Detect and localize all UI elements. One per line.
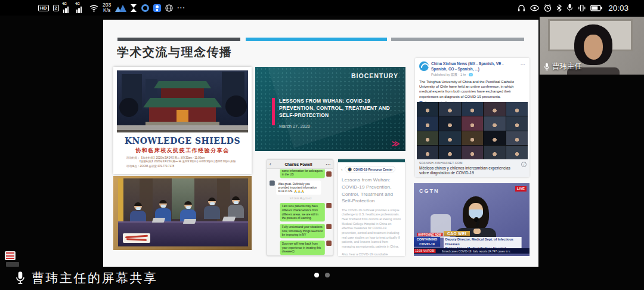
participant-grid-tile xyxy=(506,102,528,116)
resource-paragraph-2: Also, hear a COVID-19 roundtable discuss… xyxy=(342,252,401,256)
ticker-time: 12:08 NAIROBI xyxy=(414,249,436,253)
microphone-icon xyxy=(16,271,25,285)
meeting-app-screen: HD 2 4G 4G 203K/s ··· xyxy=(0,0,644,290)
wifi-icon xyxy=(89,4,98,12)
flyer-time-line-us: 【美国时间】2020年3月23日周一 晚 东部9:30pm | 中部8:30pm… xyxy=(126,160,244,164)
biocentury-slide: BIOCENTURY LESSONS FROM WUHAN: COVID-19 … xyxy=(255,67,405,151)
vibrate-icon xyxy=(578,4,586,12)
bluetooth-icon xyxy=(556,4,562,12)
participant-grid-tile xyxy=(439,116,460,130)
post-author: China Xinhua News (MX - Spanish, VE - Sp… xyxy=(431,61,513,72)
chat-messages: some information for colleagues in the U… xyxy=(267,169,333,256)
participant-name-label: 曹玮主任 xyxy=(544,61,582,72)
happening-now-badge: HAPPENING NOW xyxy=(417,233,443,236)
screen-share-label: 曹玮主任的屏幕共享 xyxy=(32,270,158,286)
resource-center-logo xyxy=(348,167,352,171)
chat-message: I am sure patients may have different ch… xyxy=(270,203,332,221)
chat-message: some information for colleagues in the U… xyxy=(270,171,332,178)
press-conference-photo xyxy=(113,176,252,250)
status-bar-right: 20:03 xyxy=(518,0,628,16)
flyer-details: 活动时间：【北京时间】2020年3月24日周二 早9:30am - 11:00a… xyxy=(126,156,244,168)
post-meta: Published by 陈晨 · 1 hr · 🌐 xyxy=(431,73,513,77)
mountain-app-icon xyxy=(115,4,126,12)
lightbulb-app-icon xyxy=(153,4,161,12)
post-video-grid xyxy=(417,102,528,159)
status-bar: HD 2 4G 4G 203K/s ··· xyxy=(0,0,644,16)
post-link-preview: SPANISH.XINHUANET.COM Médicos chinos y c… xyxy=(415,159,530,177)
participant-grid-tile xyxy=(462,131,483,145)
chat-avatar xyxy=(326,171,332,177)
chat-bubble: I am sure patients may have different ch… xyxy=(280,203,325,221)
chat-avatar xyxy=(326,240,332,246)
eye-icon xyxy=(530,5,539,11)
resource-paragraph-1: The COVID-19 outbreak provides a unique … xyxy=(342,208,401,249)
globe-icon xyxy=(165,4,173,12)
post-body-text: The Tsinghua University of China and the… xyxy=(419,79,525,100)
knowledge-shields-flyer: KNOWLEDGE SHIELDS 协和临床校友抗疫工作经验分享会 活动时间：【… xyxy=(113,67,252,174)
microphone-status-icon xyxy=(566,4,573,12)
cgtn-broadcast-frame: CGTN LIVE HAPPENING NOW CAO WEI Deputy D… xyxy=(414,183,530,256)
participant-grid-tile xyxy=(417,116,438,130)
chat-avatar xyxy=(270,181,275,186)
chat-message: Fully understand your situations now, fo… xyxy=(270,224,332,238)
chat-bubble: Fully understand your situations now, fo… xyxy=(280,224,325,238)
participant-grid-tile xyxy=(462,116,483,130)
title-accent-bar xyxy=(272,98,275,125)
screen-recorder-icon[interactable] xyxy=(5,251,16,260)
link-title: Médicos chinos y chilenos intercambian e… xyxy=(419,166,519,176)
slide-accent-bar-dark xyxy=(117,38,240,41)
chat-avatar xyxy=(326,203,332,208)
info-icon: i xyxy=(521,162,527,167)
participant-grid-tile xyxy=(417,131,438,145)
wechat-conversation: ‹ Charles Powell ⋯ some information for … xyxy=(267,159,333,256)
battery-icon xyxy=(590,5,602,11)
chat-bubble: Was great. Definitely you provided impor… xyxy=(276,181,321,195)
post-more-icon: ··· xyxy=(521,61,525,77)
participant-grid-tile xyxy=(506,116,528,130)
chat-avatar xyxy=(326,224,332,229)
page-dot xyxy=(314,273,319,277)
participant-grid-tile xyxy=(462,102,483,116)
participant-grid-tile xyxy=(506,131,528,145)
participant-grid-tile xyxy=(484,116,505,130)
hourglass-icon xyxy=(131,4,137,12)
pumc-building-photo xyxy=(117,70,248,132)
page-dots xyxy=(314,273,330,277)
ticker-text: firmed cases COVID-19: Italy reports 24,… xyxy=(442,249,510,252)
biocentury-brand: BIOCENTURY xyxy=(351,72,398,79)
signal-strength-icon: 4G xyxy=(63,6,72,13)
chat-message: Soon we will hear back from your experie… xyxy=(270,240,332,255)
shared-screen-view[interactable]: 学术交流与理念传播 xyxy=(103,20,538,267)
resource-center-badge: COVID-19 Resource Center xyxy=(345,166,395,172)
xinhua-avatar xyxy=(419,61,429,71)
chat-timestamp: 3月28日 晚上11:02 xyxy=(270,198,332,201)
flyer-title: KNOWLEDGE SHIELDS xyxy=(113,136,252,146)
resource-top-bar xyxy=(338,159,405,162)
participant-grid-tile xyxy=(439,102,460,116)
flyer-location-line: 活动地点：ZOOM 会议室 479-770-7178 xyxy=(126,164,244,168)
microphone-icon xyxy=(544,63,550,71)
speaker-name-badge: CAO WEI xyxy=(444,231,470,236)
participant-grid-tile xyxy=(484,146,505,159)
screen-recorder-base xyxy=(6,262,19,267)
participant-grid-tile xyxy=(417,146,438,159)
biocentury-title: LESSONS FROM WUHAN: COVID-19 PREVENTION,… xyxy=(279,98,400,119)
page-dot xyxy=(325,273,330,277)
frontline-logo xyxy=(123,233,150,243)
signal-strength-icon-2: 4G xyxy=(76,6,85,13)
circle-app-icon xyxy=(141,4,149,12)
slide-accent-bar-blue xyxy=(246,38,387,41)
covid-resource-center-page: ‹ COVID-19 Resource Center Lessons from … xyxy=(338,159,405,256)
more-notifications-icon: ··· xyxy=(177,4,185,11)
participant-video-tile[interactable]: 曹玮主任 xyxy=(540,17,644,75)
participant-grid-tile xyxy=(417,102,438,116)
slide-title: 学术交流与理念传播 xyxy=(117,44,233,60)
chat-message: Was great. Definitely you provided impor… xyxy=(270,181,332,195)
participant-grid-tile xyxy=(439,146,460,159)
slide-accent-bar-gray xyxy=(391,38,524,41)
link-domain: SPANISH.XINHUANET.COM xyxy=(419,161,525,165)
clock-time: 20:03 xyxy=(608,4,628,13)
alarm-clock-icon xyxy=(544,4,552,12)
participant-grid-tile xyxy=(484,102,505,116)
sim2-badge: 2 xyxy=(53,5,59,11)
